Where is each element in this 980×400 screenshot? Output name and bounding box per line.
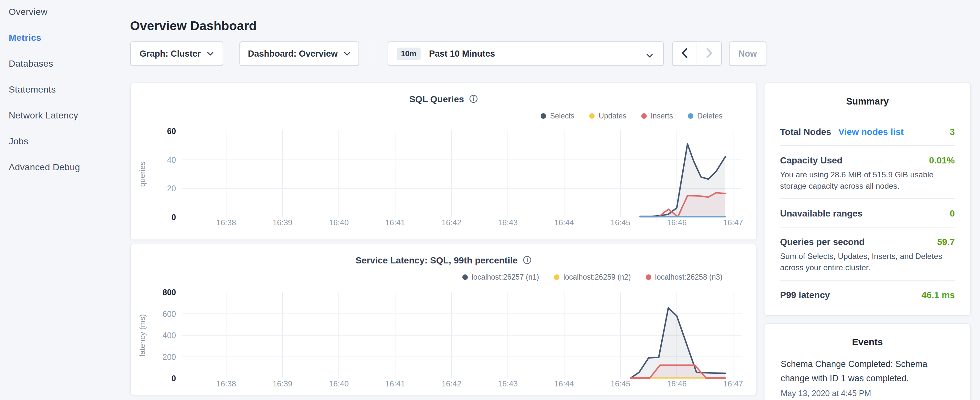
sidebar-item-statements[interactable]: Statements bbox=[9, 83, 80, 96]
event-message: Schema Change Completed: Schema change w… bbox=[781, 357, 954, 386]
sql-queries-chart: 16:3816:3916:4016:4116:4216:4316:4416:45… bbox=[131, 88, 758, 237]
summary-divider bbox=[780, 198, 955, 199]
time-range-badge: 10m bbox=[397, 48, 421, 60]
summary-title: Summary bbox=[780, 95, 955, 108]
summary-row-qps: Queries per second 59.7 bbox=[780, 236, 955, 249]
sidebar-item-overview[interactable]: Overview bbox=[9, 6, 80, 18]
sidebar-nav: Overview Metrics Databases Statements Ne… bbox=[9, 6, 80, 187]
y-tick-label: 20 bbox=[167, 184, 176, 193]
time-range-dropdown[interactable]: 10m Past 10 Minutes bbox=[388, 41, 664, 66]
page-title: Overview Dashboard bbox=[130, 19, 257, 33]
dashboard-label: Dashboard: Overview bbox=[248, 49, 338, 59]
x-tick-label: 16:47 bbox=[723, 379, 743, 388]
x-tick-label: 16:46 bbox=[667, 379, 687, 388]
x-tick-label: 16:39 bbox=[272, 218, 292, 227]
graph-scope-dropdown[interactable]: Graph: Cluster bbox=[130, 41, 223, 66]
x-tick-label: 16:39 bbox=[272, 379, 292, 388]
y-tick-label: 400 bbox=[162, 331, 176, 340]
x-tick-label: 16:41 bbox=[385, 218, 405, 227]
sql-queries-svg: 16:3816:3916:4016:4116:4216:4316:4416:45… bbox=[131, 88, 758, 237]
x-tick-label: 16:42 bbox=[442, 218, 461, 227]
x-tick-label: 16:45 bbox=[611, 218, 630, 227]
capacity-used-value: 0.01% bbox=[929, 155, 955, 166]
summary-row-p99: P99 latency 46.1 ms bbox=[780, 288, 955, 302]
x-tick-label: 16:44 bbox=[554, 379, 574, 388]
chevron-down-icon bbox=[344, 51, 351, 56]
queries-per-second-subtext: Sum of Selects, Updates, Inserts, and De… bbox=[780, 250, 955, 273]
now-label: Now bbox=[739, 49, 757, 59]
graph-scope-label: Graph: Cluster bbox=[140, 49, 200, 59]
chevron-left-icon bbox=[681, 48, 688, 60]
now-button[interactable]: Now bbox=[729, 41, 767, 66]
y-axis-title: queries bbox=[138, 161, 146, 187]
service-latency-chart: 16:3816:3916:4016:4116:4216:4316:4416:45… bbox=[131, 249, 758, 398]
time-pager bbox=[672, 41, 722, 66]
events-list: Schema Change Completed: Schema change w… bbox=[781, 357, 954, 399]
total-nodes-label: Total Nodes bbox=[780, 127, 831, 137]
sidebar-item-jobs[interactable]: Jobs bbox=[9, 135, 80, 148]
capacity-used-label: Capacity Used bbox=[780, 155, 843, 166]
y-tick-label: 200 bbox=[162, 352, 176, 362]
x-tick-label: 16:45 bbox=[611, 379, 630, 388]
summary-row-capacity: Capacity Used 0.01% bbox=[780, 154, 955, 167]
chevron-down-icon bbox=[646, 51, 654, 61]
events-title: Events bbox=[781, 336, 954, 349]
x-tick-label: 16:40 bbox=[329, 379, 349, 388]
dashboard-dropdown[interactable]: Dashboard: Overview bbox=[239, 41, 359, 66]
time-next-button[interactable] bbox=[697, 42, 721, 65]
x-tick-label: 16:47 bbox=[723, 218, 743, 227]
summary-divider bbox=[780, 280, 955, 280]
p99-latency-value: 46.1 ms bbox=[921, 290, 955, 300]
sidebar: Overview Metrics Databases Statements Ne… bbox=[0, 0, 129, 400]
time-prev-button[interactable] bbox=[673, 42, 697, 65]
total-nodes-value: 3 bbox=[950, 127, 955, 137]
x-tick-label: 16:38 bbox=[216, 218, 236, 227]
capacity-used-subtext: You are using 28.6 MiB of 515.9 GiB usab… bbox=[780, 169, 955, 191]
sidebar-item-advanced-debug[interactable]: Advanced Debug bbox=[9, 161, 80, 174]
x-tick-label: 16:42 bbox=[442, 379, 461, 388]
time-range-label: Past 10 Minutes bbox=[429, 49, 495, 59]
view-nodes-list-link[interactable]: View nodes list bbox=[838, 127, 904, 137]
y-tick-label: 800 bbox=[162, 288, 176, 297]
event-timestamp: May 13, 2020 at 4:45 PM bbox=[781, 387, 954, 399]
p99-latency-label: P99 latency bbox=[780, 290, 830, 300]
y-axis-title: latency (ms) bbox=[138, 314, 146, 357]
y-tick-label: 0 bbox=[172, 213, 176, 222]
chevron-down-icon bbox=[207, 51, 214, 56]
unavailable-ranges-label: Unavailable ranges bbox=[780, 209, 862, 219]
summary-row-unavailable-ranges: Unavailable ranges 0 bbox=[780, 207, 955, 220]
unavailable-ranges-value: 0 bbox=[950, 209, 955, 219]
y-tick-label: 0 bbox=[172, 374, 176, 383]
x-tick-label: 16:43 bbox=[498, 379, 518, 388]
y-tick-label: 40 bbox=[167, 155, 176, 164]
summary-card: Summary Total Nodes View nodes list 3 Ca… bbox=[764, 83, 971, 316]
service-latency-svg: 16:3816:3916:4016:4116:4216:4316:4416:45… bbox=[131, 249, 758, 398]
y-tick-label: 600 bbox=[162, 309, 176, 319]
service-latency-card: Service Latency: SQL, 99th percentile lo… bbox=[130, 244, 757, 395]
summary-row-total-nodes: Total Nodes View nodes list 3 bbox=[780, 126, 955, 139]
x-tick-label: 16:46 bbox=[667, 218, 687, 227]
sidebar-item-databases[interactable]: Databases bbox=[9, 57, 80, 70]
sql-queries-card: SQL Queries SelectsUpdatesInsertsDeletes… bbox=[130, 83, 757, 240]
queries-per-second-label: Queries per second bbox=[780, 237, 864, 247]
controls-divider bbox=[375, 42, 375, 65]
x-tick-label: 16:40 bbox=[329, 218, 349, 227]
queries-per-second-value: 59.7 bbox=[937, 237, 955, 247]
x-tick-label: 16:44 bbox=[554, 218, 574, 227]
sidebar-item-metrics[interactable]: Metrics bbox=[9, 32, 80, 44]
x-tick-label: 16:43 bbox=[498, 218, 518, 227]
sidebar-item-network-latency[interactable]: Network Latency bbox=[9, 109, 80, 122]
events-card: Events Schema Change Completed: Schema c… bbox=[764, 323, 971, 400]
x-tick-label: 16:38 bbox=[216, 379, 236, 388]
chevron-right-icon bbox=[706, 48, 713, 60]
summary-divider bbox=[780, 227, 955, 228]
y-tick-label: 60 bbox=[167, 126, 176, 135]
summary-divider bbox=[780, 145, 955, 146]
x-tick-label: 16:41 bbox=[385, 379, 405, 388]
summary-body: Total Nodes View nodes list 3 Capacity U… bbox=[780, 126, 955, 302]
event-item: Schema Change Completed: Schema change w… bbox=[781, 357, 954, 399]
